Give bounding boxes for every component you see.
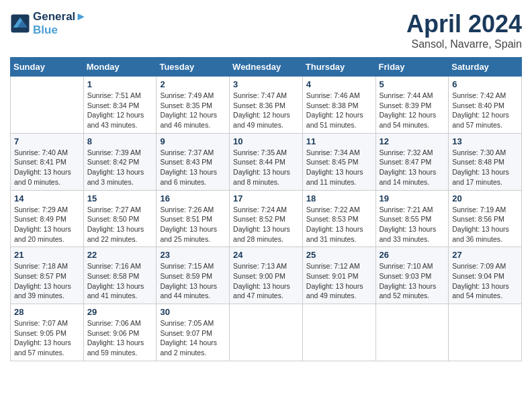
day-info: Sunrise: 7:30 AMSunset: 8:48 PMDaylight:…	[452, 148, 518, 187]
day-number: 16	[160, 193, 226, 203]
day-number: 12	[380, 136, 445, 146]
calendar-cell: 3Sunrise: 7:47 AMSunset: 8:36 PMDaylight…	[230, 77, 303, 134]
calendar-cell	[375, 304, 449, 361]
calendar-cell: 24Sunrise: 7:13 AMSunset: 9:00 PMDayligh…	[230, 247, 303, 304]
calendar-cell	[449, 304, 522, 361]
calendar-week-row: 21Sunrise: 7:18 AMSunset: 8:57 PMDayligh…	[11, 247, 522, 304]
day-info: Sunrise: 7:09 AMSunset: 9:04 PMDaylight:…	[452, 261, 518, 301]
calendar-cell	[230, 304, 303, 361]
calendar-table: SundayMondayTuesdayWednesdayThursdayFrid…	[10, 57, 522, 361]
day-info: Sunrise: 7:19 AMSunset: 8:56 PMDaylight:…	[452, 205, 518, 244]
day-number: 14	[14, 193, 80, 203]
day-info: Sunrise: 7:05 AMSunset: 9:07 PMDaylight:…	[160, 318, 226, 358]
day-number: 30	[160, 307, 226, 317]
calendar-cell: 7Sunrise: 7:40 AMSunset: 8:41 PMDaylight…	[11, 133, 84, 190]
day-info: Sunrise: 7:47 AMSunset: 8:36 PMDaylight:…	[233, 91, 299, 130]
day-number: 8	[87, 136, 153, 146]
calendar-cell: 26Sunrise: 7:10 AMSunset: 9:03 PMDayligh…	[375, 247, 449, 304]
calendar-cell: 5Sunrise: 7:44 AMSunset: 8:39 PMDaylight…	[375, 77, 449, 134]
calendar-cell: 16Sunrise: 7:26 AMSunset: 8:51 PMDayligh…	[157, 190, 230, 247]
day-info: Sunrise: 7:22 AMSunset: 8:53 PMDaylight:…	[306, 205, 372, 244]
day-info: Sunrise: 7:12 AMSunset: 9:01 PMDaylight:…	[306, 261, 372, 301]
calendar-cell: 28Sunrise: 7:07 AMSunset: 9:05 PMDayligh…	[11, 304, 84, 361]
day-number: 10	[233, 136, 299, 146]
day-info: Sunrise: 7:29 AMSunset: 8:49 PMDaylight:…	[14, 205, 80, 244]
day-info: Sunrise: 7:37 AMSunset: 8:43 PMDaylight:…	[160, 148, 226, 187]
day-info: Sunrise: 7:34 AMSunset: 8:45 PMDaylight:…	[306, 148, 372, 187]
day-number: 3	[233, 79, 299, 89]
day-info: Sunrise: 7:07 AMSunset: 9:05 PMDaylight:…	[14, 318, 80, 358]
calendar-cell: 1Sunrise: 7:51 AMSunset: 8:34 PMDaylight…	[83, 77, 157, 134]
month-title: April 2024	[406, 10, 522, 38]
day-number: 5	[380, 79, 445, 89]
calendar-cell: 6Sunrise: 7:42 AMSunset: 8:40 PMDaylight…	[449, 77, 522, 134]
day-info: Sunrise: 7:44 AMSunset: 8:39 PMDaylight:…	[380, 91, 445, 130]
page-header: General► Blue April 2024 Sansol, Navarre…	[10, 10, 522, 50]
calendar-cell: 29Sunrise: 7:06 AMSunset: 9:06 PMDayligh…	[83, 304, 157, 361]
day-number: 4	[306, 79, 372, 89]
calendar-cell: 2Sunrise: 7:49 AMSunset: 8:35 PMDaylight…	[157, 77, 230, 134]
calendar-cell: 11Sunrise: 7:34 AMSunset: 8:45 PMDayligh…	[302, 133, 375, 190]
day-info: Sunrise: 7:40 AMSunset: 8:41 PMDaylight:…	[14, 148, 80, 187]
calendar-week-row: 14Sunrise: 7:29 AMSunset: 8:49 PMDayligh…	[11, 190, 522, 247]
calendar-cell: 25Sunrise: 7:12 AMSunset: 9:01 PMDayligh…	[302, 247, 375, 304]
calendar-cell: 14Sunrise: 7:29 AMSunset: 8:49 PMDayligh…	[11, 190, 84, 247]
day-number: 13	[452, 136, 518, 146]
logo-text: General► Blue	[33, 10, 87, 37]
calendar-cell: 12Sunrise: 7:32 AMSunset: 8:47 PMDayligh…	[375, 133, 449, 190]
header-sunday: Sunday	[11, 58, 84, 77]
day-number: 21	[14, 250, 80, 260]
day-number: 19	[380, 193, 445, 203]
calendar-week-row: 7Sunrise: 7:40 AMSunset: 8:41 PMDaylight…	[11, 133, 522, 190]
day-number: 23	[160, 250, 226, 260]
day-info: Sunrise: 7:06 AMSunset: 9:06 PMDaylight:…	[87, 318, 153, 358]
calendar-cell: 20Sunrise: 7:19 AMSunset: 8:56 PMDayligh…	[449, 190, 522, 247]
day-number: 18	[306, 193, 372, 203]
day-number: 17	[233, 193, 299, 203]
day-number: 22	[87, 250, 153, 260]
calendar-cell	[11, 77, 84, 134]
day-number: 9	[160, 136, 226, 146]
calendar-cell: 4Sunrise: 7:46 AMSunset: 8:38 PMDaylight…	[302, 77, 375, 134]
day-info: Sunrise: 7:13 AMSunset: 9:00 PMDaylight:…	[233, 261, 299, 301]
location-subtitle: Sansol, Navarre, Spain	[406, 38, 522, 50]
day-info: Sunrise: 7:26 AMSunset: 8:51 PMDaylight:…	[160, 205, 226, 244]
day-info: Sunrise: 7:10 AMSunset: 9:03 PMDaylight:…	[380, 261, 445, 301]
calendar-week-row: 28Sunrise: 7:07 AMSunset: 9:05 PMDayligh…	[11, 304, 522, 361]
logo: General► Blue	[10, 10, 87, 37]
calendar-cell: 13Sunrise: 7:30 AMSunset: 8:48 PMDayligh…	[449, 133, 522, 190]
day-number: 25	[306, 250, 372, 260]
calendar-cell: 27Sunrise: 7:09 AMSunset: 9:04 PMDayligh…	[449, 247, 522, 304]
calendar-cell: 10Sunrise: 7:35 AMSunset: 8:44 PMDayligh…	[230, 133, 303, 190]
day-number: 11	[306, 136, 372, 146]
logo-icon	[10, 13, 30, 34]
header-saturday: Saturday	[449, 58, 522, 77]
calendar-cell: 9Sunrise: 7:37 AMSunset: 8:43 PMDaylight…	[157, 133, 230, 190]
header-monday: Monday	[83, 58, 157, 77]
day-info: Sunrise: 7:49 AMSunset: 8:35 PMDaylight:…	[160, 91, 226, 130]
day-number: 15	[87, 193, 153, 203]
day-number: 1	[87, 79, 153, 89]
calendar-week-row: 1Sunrise: 7:51 AMSunset: 8:34 PMDaylight…	[11, 77, 522, 134]
day-info: Sunrise: 7:24 AMSunset: 8:52 PMDaylight:…	[233, 205, 299, 244]
calendar-cell: 19Sunrise: 7:21 AMSunset: 8:55 PMDayligh…	[375, 190, 449, 247]
day-info: Sunrise: 7:51 AMSunset: 8:34 PMDaylight:…	[87, 91, 153, 130]
day-number: 6	[452, 79, 518, 89]
day-number: 7	[14, 136, 80, 146]
header-friday: Friday	[375, 58, 449, 77]
day-number: 27	[452, 250, 518, 260]
day-info: Sunrise: 7:16 AMSunset: 8:58 PMDaylight:…	[87, 261, 153, 301]
day-info: Sunrise: 7:46 AMSunset: 8:38 PMDaylight:…	[306, 91, 372, 130]
day-number: 28	[14, 307, 80, 317]
calendar-cell: 22Sunrise: 7:16 AMSunset: 8:58 PMDayligh…	[83, 247, 157, 304]
day-number: 2	[160, 79, 226, 89]
day-info: Sunrise: 7:35 AMSunset: 8:44 PMDaylight:…	[233, 148, 299, 187]
title-block: April 2024 Sansol, Navarre, Spain	[406, 10, 522, 50]
calendar-cell: 21Sunrise: 7:18 AMSunset: 8:57 PMDayligh…	[11, 247, 84, 304]
calendar-cell: 30Sunrise: 7:05 AMSunset: 9:07 PMDayligh…	[157, 304, 230, 361]
calendar-cell: 23Sunrise: 7:15 AMSunset: 8:59 PMDayligh…	[157, 247, 230, 304]
calendar-cell: 15Sunrise: 7:27 AMSunset: 8:50 PMDayligh…	[83, 190, 157, 247]
calendar-cell	[302, 304, 375, 361]
day-info: Sunrise: 7:18 AMSunset: 8:57 PMDaylight:…	[14, 261, 80, 301]
calendar-cell: 17Sunrise: 7:24 AMSunset: 8:52 PMDayligh…	[230, 190, 303, 247]
